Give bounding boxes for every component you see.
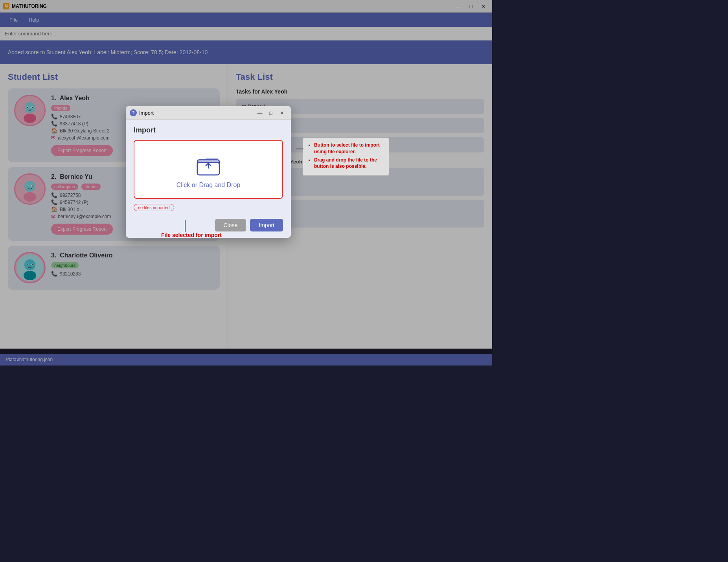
- import-confirm-button[interactable]: Import: [250, 219, 283, 231]
- annotation-callout: Button to select file to import using fi…: [303, 138, 389, 176]
- dialog-maximize-button[interactable]: □: [266, 108, 276, 117]
- dialog-footer: Close Import: [134, 219, 283, 231]
- upload-icon: [195, 150, 222, 178]
- annotation-item-1: Button to select file to import using fi…: [314, 142, 383, 155]
- file-status: no files imported: [134, 204, 174, 211]
- annotation-line: [296, 149, 303, 149]
- modal-overlay: ? Import — □ ✕ Import C: [0, 0, 492, 365]
- annotation-item-2: Drag and drop the file to the button is …: [314, 157, 383, 170]
- dialog-minimize-button[interactable]: —: [255, 108, 265, 117]
- annotation-bottom-label: File selected for import: [161, 232, 222, 238]
- dialog-title-left: ? Import: [130, 109, 154, 116]
- dialog-window-controls: — □ ✕: [255, 108, 287, 117]
- import-dialog: ? Import — □ ✕ Import C: [126, 106, 291, 238]
- file-drop-zone[interactable]: Click or Drag and Drop: [134, 140, 283, 199]
- dialog-title-text: Import: [139, 110, 154, 116]
- drop-zone-text: Click or Drag and Drop: [176, 182, 241, 189]
- dialog-body: Import Click or Drag and Drop no files i…: [126, 120, 291, 238]
- annotation-bottom-line: [185, 220, 186, 232]
- dialog-heading: Import: [134, 126, 283, 134]
- dialog-close-button[interactable]: ✕: [277, 108, 287, 117]
- close-dialog-button[interactable]: Close: [215, 219, 246, 231]
- annotation-list: Button to select file to import using fi…: [309, 142, 383, 170]
- dialog-help-icon: ?: [130, 109, 137, 116]
- dialog-title-bar: ? Import — □ ✕: [126, 106, 291, 120]
